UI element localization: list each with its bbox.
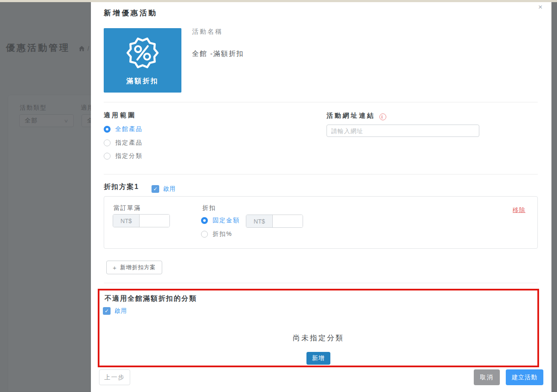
- add-category-button[interactable]: 新增: [306, 352, 330, 365]
- threshold-input[interactable]: [140, 215, 169, 227]
- plan-heading: 折扣方案1: [104, 183, 139, 192]
- badge-percent-icon: [124, 34, 161, 72]
- checkbox-check-icon: ✓: [103, 307, 111, 315]
- discount-option-percent[interactable]: 折扣%: [201, 230, 232, 238]
- promotion-type-tile[interactable]: 滿額折扣: [104, 28, 181, 93]
- prev-step-button[interactable]: 上一步: [99, 369, 130, 385]
- radio-label: 全館產品: [115, 125, 143, 133]
- excluded-empty-text: 尚未指定分類: [99, 333, 537, 343]
- radio-label: 指定產品: [115, 139, 143, 147]
- url-input[interactable]: [327, 125, 479, 137]
- radio-icon: [201, 231, 208, 238]
- divider: [104, 102, 538, 102]
- excluded-enable-label: 啟用: [114, 307, 127, 315]
- cancel-button[interactable]: 取消: [474, 369, 500, 385]
- divider: [104, 283, 538, 283]
- threshold-input-group: NT$: [113, 214, 170, 227]
- radio-label: 折扣%: [213, 230, 232, 238]
- close-icon[interactable]: ×: [535, 2, 546, 12]
- excluded-heading: 不適用全館滿額折扣的分類: [105, 294, 197, 303]
- url-heading: 活動網址連結i: [327, 112, 386, 120]
- radio-selected-icon: [104, 126, 111, 133]
- radio-label: 指定分類: [115, 152, 143, 160]
- threshold-label: 當訂單滿: [114, 204, 141, 212]
- add-plan-button[interactable]: + 新增折扣方案: [106, 261, 162, 274]
- discount-amount-group: NT$: [246, 215, 303, 228]
- plan-enable-label: 啟用: [163, 185, 176, 193]
- divider: [104, 174, 538, 174]
- discount-option-fixed[interactable]: 固定金額: [201, 217, 240, 224]
- add-plan-label: 新增折扣方案: [120, 264, 156, 271]
- plan-enable-checkbox[interactable]: ✓ 啟用: [152, 185, 176, 193]
- info-icon[interactable]: i: [379, 113, 386, 120]
- scope-heading: 適用範圍: [104, 111, 136, 119]
- scope-option-specific-products[interactable]: 指定產品: [104, 139, 143, 147]
- activity-name-value: 全館 -滿額折扣: [192, 49, 244, 58]
- currency-prefix: NT$: [246, 215, 273, 227]
- create-activity-button[interactable]: 建立活動: [506, 369, 543, 385]
- excluded-enable-checkbox[interactable]: ✓ 啟用: [103, 307, 127, 315]
- currency-prefix: NT$: [113, 215, 140, 227]
- create-promotion-modal: 新增優惠活動 × 滿額折扣 活動名稱 全館 -滿額折扣 適用範圍 全館產品 指定…: [91, 2, 551, 392]
- radio-label: 固定金額: [213, 217, 240, 224]
- plus-icon: +: [113, 264, 117, 271]
- radio-selected-icon: [201, 217, 208, 224]
- url-heading-text: 活動網址連結: [327, 112, 375, 119]
- scope-option-specific-categories[interactable]: 指定分類: [104, 152, 143, 160]
- radio-icon: [104, 139, 111, 146]
- activity-name-label: 活動名稱: [192, 28, 223, 36]
- plan-box: 當訂單滿 NT$ 折扣 固定金額 NT$ 折扣% 移除: [104, 196, 538, 249]
- tile-label: 滿額折扣: [104, 77, 181, 86]
- top-page-strip: [0, 0, 557, 2]
- radio-icon: [104, 153, 111, 160]
- checkbox-check-icon: ✓: [152, 185, 159, 193]
- discount-label: 折扣: [202, 204, 216, 212]
- excluded-categories-section: 不適用全館滿額折扣的分類 ✓ 啟用 尚未指定分類 新增: [98, 289, 539, 367]
- discount-amount-input[interactable]: [273, 215, 303, 227]
- modal-title: 新增優惠活動: [104, 8, 157, 18]
- remove-plan-link[interactable]: 移除: [513, 206, 525, 214]
- scope-option-all-products[interactable]: 全館產品: [104, 125, 143, 133]
